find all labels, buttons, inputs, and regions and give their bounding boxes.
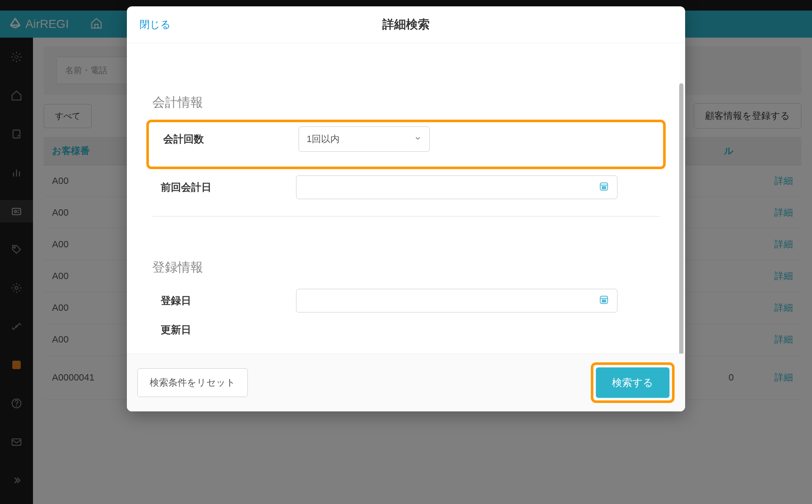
highlight-search-button: 検索する — [591, 362, 675, 403]
svg-point-31 — [602, 188, 603, 189]
svg-point-39 — [602, 301, 603, 302]
svg-point-29 — [604, 186, 604, 187]
form-row-regdate: 登録日 — [152, 289, 660, 312]
select-value: 1回以内 — [307, 133, 340, 145]
search-button[interactable]: 検索する — [596, 367, 669, 398]
modal-footer: 検索条件をリセット 検索する — [127, 353, 685, 411]
svg-point-36 — [602, 300, 603, 301]
label-regdate: 登録日 — [152, 294, 296, 307]
form-row-count: 会計回数 1回以内 — [155, 126, 657, 152]
svg-point-32 — [604, 188, 604, 189]
section-title-accounting: 会計情報 — [152, 94, 660, 111]
label-lastdate: 前回会計日 — [152, 181, 296, 194]
calendar-icon — [598, 181, 609, 194]
svg-point-38 — [605, 300, 606, 301]
svg-point-40 — [604, 301, 604, 302]
section-title-registration: 登録情報 — [152, 259, 660, 276]
select-accounting-count[interactable]: 1回以内 — [299, 126, 430, 152]
modal-title: 詳細検索 — [382, 16, 430, 33]
svg-point-41 — [605, 301, 606, 302]
date-input-lastdate[interactable] — [296, 175, 617, 199]
svg-point-28 — [602, 186, 603, 187]
form-row-updatedate: 更新日 — [152, 323, 660, 337]
calendar-icon — [598, 294, 609, 307]
detail-search-modal: 閉じる 詳細検索 会計情報 会計回数 1回以内 — [127, 6, 685, 411]
scrollbar[interactable] — [679, 83, 683, 353]
section-divider — [152, 216, 660, 216]
svg-point-30 — [605, 186, 606, 187]
chevron-down-icon — [414, 134, 422, 145]
modal-overlay: 閉じる 詳細検索 会計情報 会計回数 1回以内 — [0, 0, 812, 504]
label-updatedate: 更新日 — [152, 323, 296, 337]
svg-point-37 — [604, 300, 604, 301]
reset-button[interactable]: 検索条件をリセット — [137, 368, 248, 397]
highlight-accounting-count: 会計回数 1回以内 — [146, 120, 666, 169]
date-input-regdate[interactable] — [296, 289, 617, 312]
label-count: 会計回数 — [155, 132, 299, 146]
modal-header: 閉じる 詳細検索 — [127, 6, 685, 43]
close-button[interactable]: 閉じる — [140, 18, 171, 31]
svg-point-33 — [605, 188, 606, 189]
modal-body: 会計情報 会計回数 1回以内 — [127, 43, 685, 353]
form-row-lastdate: 前回会計日 — [152, 175, 660, 199]
